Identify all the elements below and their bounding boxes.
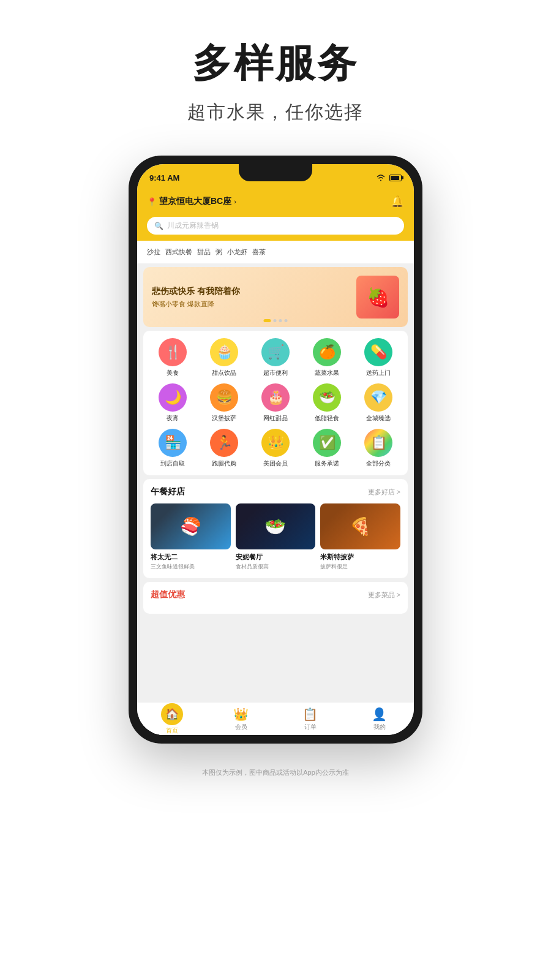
rest-image-0: 🍣 — [151, 503, 231, 549]
dot-3 — [279, 319, 282, 322]
category-item-9[interactable]: 💎 全城臻选 — [353, 383, 404, 423]
category-item-10[interactable]: 🏪 到店自取 — [147, 429, 198, 468]
banner-dots — [264, 319, 288, 322]
banner[interactable]: 悲伤或快乐 有我陪着你 馋嘴小零食 爆款直降 🍓 — [143, 267, 408, 327]
cat-label-7: 网红甜品 — [263, 414, 288, 423]
main-title: 多样服务 — [187, 37, 364, 90]
search-area: 🔍 川成元麻辣香锅 — [137, 214, 414, 241]
nav-label-3: 我的 — [373, 723, 386, 731]
cat-icon-12: 👑 — [261, 429, 290, 457]
restaurant-card-0[interactable]: 🍣 将太无二 三文鱼味道很鲜美 — [151, 503, 231, 571]
cat-icon-1: 🧁 — [210, 338, 238, 366]
dot-2 — [274, 319, 277, 322]
nav-item-首页[interactable]: 🏠 首页 — [137, 703, 206, 735]
rest-desc-1: 食材品质很高 — [236, 563, 316, 571]
status-bar: 9:41 AM — [137, 164, 414, 191]
notch — [239, 164, 312, 181]
rest-desc-0: 三文鱼味道很鲜美 — [151, 563, 231, 571]
location-icon: 📍 — [147, 197, 157, 206]
rest-image-1: 🥗 — [236, 503, 316, 549]
status-icons — [376, 174, 402, 181]
tag-item-0[interactable]: 沙拉 — [147, 246, 160, 258]
restaurant-card-1[interactable]: 🥗 安妮餐厅 食材品质很高 — [236, 503, 316, 571]
value-section: 超值优惠 更多菜品 > — [143, 582, 408, 614]
category-item-6[interactable]: 🍔 汉堡披萨 — [198, 383, 250, 423]
banner-text: 悲伤或快乐 有我陪着你 馋嘴小零食 爆款直降 — [152, 286, 240, 309]
category-item-1[interactable]: 🧁 甜点饮品 — [198, 338, 250, 377]
location-area[interactable]: 📍 望京恒电大厦BC座 › — [147, 196, 236, 207]
bell-icon[interactable]: 🔔 — [391, 195, 404, 208]
section-more[interactable]: 更多好店 > — [368, 488, 400, 497]
nav-item-订单[interactable]: 📋 订单 — [276, 703, 345, 735]
category-item-5[interactable]: 🌙 夜宵 — [147, 383, 198, 423]
search-bar[interactable]: 🔍 川成元麻辣香锅 — [147, 217, 404, 235]
cat-icon-3: 🍊 — [313, 338, 341, 366]
dot-1 — [264, 319, 271, 322]
section-title: 午餐好店 — [151, 486, 185, 497]
category-item-13[interactable]: ✅ 服务承诺 — [301, 429, 353, 468]
cat-label-4: 送药上门 — [366, 369, 391, 377]
cat-label-12: 美团会员 — [263, 459, 288, 468]
cat-icon-5: 🌙 — [159, 383, 187, 412]
main-subtitle: 超市水果，任你选择 — [187, 100, 364, 125]
cat-icon-8: 🥗 — [313, 383, 341, 412]
category-item-3[interactable]: 🍊 蔬菜水果 — [301, 338, 353, 377]
search-placeholder: 川成元麻辣香锅 — [167, 221, 219, 231]
rest-name-1: 安妮餐厅 — [236, 552, 316, 562]
cat-label-3: 蔬菜水果 — [315, 369, 339, 377]
cat-label-8: 低脂轻食 — [315, 414, 339, 423]
value-more[interactable]: 更多菜品 > — [368, 590, 400, 600]
restaurant-card-2[interactable]: 🍕 米斯特披萨 披萨料很足 — [320, 503, 400, 571]
banner-title: 悲伤或快乐 有我陪着你 — [152, 286, 240, 297]
tag-item-3[interactable]: 粥 — [216, 246, 222, 258]
cat-icon-9: 💎 — [364, 383, 392, 412]
location-text: 望京恒电大厦BC座 — [159, 196, 231, 207]
cat-icon-13: ✅ — [313, 429, 341, 457]
category-item-12[interactable]: 👑 美团会员 — [250, 429, 301, 468]
tag-item-4[interactable]: 小龙虾 — [227, 246, 247, 258]
cat-icon-6: 🍔 — [210, 383, 238, 412]
cat-label-6: 汉堡披萨 — [212, 414, 236, 423]
cat-icon-2: 🛒 — [261, 338, 290, 366]
cat-icon-11: 🏃 — [210, 429, 238, 457]
banner-image: 🍓 — [356, 276, 399, 318]
rest-grid: 🍣 将太无二 三文鱼味道很鲜美 🥗 安妮餐厅 食材品质很高 🍕 米斯特披萨 披萨… — [151, 503, 400, 571]
nav-item-会员[interactable]: 👑 会员 — [206, 703, 276, 735]
nav-label-2: 订单 — [304, 723, 317, 731]
value-header: 超值优惠 更多菜品 > — [151, 589, 400, 600]
nav-icon-3: 👤 — [372, 707, 387, 722]
category-item-14[interactable]: 📋 全部分类 — [353, 429, 404, 468]
category-item-2[interactable]: 🛒 超市便利 — [250, 338, 301, 377]
category-item-0[interactable]: 🍴 美食 — [147, 338, 198, 377]
scroll-content[interactable]: 悲伤或快乐 有我陪着你 馋嘴小零食 爆款直降 🍓 🍴 美食 — [137, 263, 414, 702]
category-item-11[interactable]: 🏃 跑腿代购 — [198, 429, 250, 468]
cat-icon-14: 📋 — [364, 429, 392, 457]
cat-label-2: 超市便利 — [263, 369, 288, 377]
cat-label-13: 服务承诺 — [315, 459, 339, 468]
category-item-8[interactable]: 🥗 低脂轻食 — [301, 383, 353, 423]
tag-item-5[interactable]: 喜茶 — [252, 246, 266, 258]
value-title: 超值优惠 — [151, 589, 185, 600]
nav-icon-2: 📋 — [302, 707, 318, 722]
tag-item-1[interactable]: 西式快餐 — [165, 246, 192, 258]
phone-inner: 9:41 AM 📍 望京恒电大厦BC座 › — [137, 164, 414, 735]
bottom-nav: 🏠 首页 👑 会员 📋 订单 👤 我的 — [137, 702, 414, 735]
restaurant-section: 午餐好店 更多好店 > 🍣 将太无二 三文鱼味道很鲜美 🥗 安妮餐厅 食材品质很… — [143, 479, 408, 578]
dot-4 — [285, 319, 288, 322]
category-item-4[interactable]: 💊 送药上门 — [353, 338, 404, 377]
nav-active-icon: 🏠 — [165, 707, 179, 721]
tag-item-2[interactable]: 甜品 — [197, 246, 211, 258]
search-icon: 🔍 — [154, 222, 163, 230]
status-time: 9:41 AM — [149, 173, 179, 183]
rest-name-2: 米斯特披萨 — [320, 552, 400, 562]
rest-name-0: 将太无二 — [151, 552, 231, 562]
battery-icon — [389, 175, 402, 181]
rest-image-2: 🍕 — [320, 503, 400, 549]
tag-row: 沙拉西式快餐甜品粥小龙虾喜茶 — [137, 241, 414, 263]
cat-label-5: 夜宵 — [167, 414, 179, 423]
rest-desc-2: 披萨料很足 — [320, 563, 400, 571]
category-item-7[interactable]: 🎂 网红甜品 — [250, 383, 301, 423]
cat-label-9: 全城臻选 — [366, 414, 391, 423]
nav-icon-1: 👑 — [233, 707, 249, 722]
nav-item-我的[interactable]: 👤 我的 — [345, 703, 414, 735]
